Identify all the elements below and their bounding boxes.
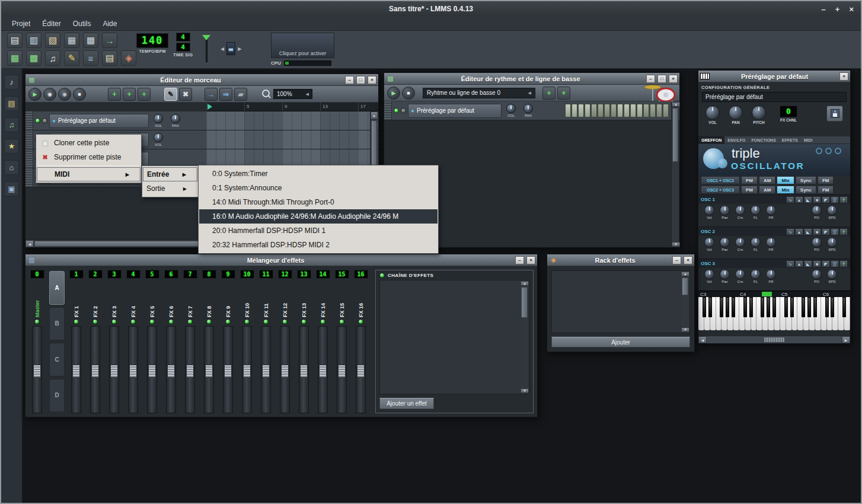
fader-handle[interactable] — [186, 365, 194, 378]
knob[interactable] — [154, 133, 163, 142]
record-button[interactable]: ◉ — [43, 88, 56, 101]
osc-knob[interactable]: PO — [812, 269, 822, 283]
scroll-left-button[interactable]: ◀ — [25, 240, 34, 247]
bank-d-button[interactable]: D — [49, 379, 65, 413]
master-volume-slider[interactable] — [202, 35, 211, 63]
scroll-down-button[interactable]: ▼ — [521, 388, 529, 393]
track-grip[interactable] — [384, 101, 392, 120]
am-button[interactable]: AM — [759, 176, 775, 184]
piano-black-key[interactable] — [732, 297, 735, 317]
knob[interactable] — [154, 114, 163, 123]
saw-wave-button[interactable]: ◣ — [804, 228, 812, 235]
octave-ruler[interactable]: C3 C4 C5 C6 — [698, 291, 850, 297]
song-editor-titlebar[interactable]: ▦ Éditeur de morceau – □ × — [25, 74, 378, 86]
piano-black-key[interactable] — [720, 297, 723, 317]
osc-knob[interactable]: Pan — [720, 237, 730, 251]
close-button[interactable]: × — [368, 76, 376, 84]
scroll-right-button[interactable]: ▶ — [842, 336, 850, 343]
channel-mute-led[interactable] — [301, 319, 307, 324]
fx-mixer-titlebar[interactable]: ▥ Mélangeur d'effets – × — [25, 254, 537, 266]
maximize-button[interactable]: + — [835, 5, 840, 14]
fx-rack-list[interactable]: ▲ ▼ — [551, 270, 690, 333]
channel-mute-led[interactable] — [358, 319, 363, 324]
midi-menu-item[interactable]: MIDI ▶ — [37, 167, 141, 181]
fx-channel-fader[interactable] — [223, 326, 233, 413]
effects-chain-list[interactable]: ▲ ▼ — [379, 280, 529, 394]
square-wave-button[interactable]: ■ — [813, 228, 821, 235]
fader-handle[interactable] — [167, 365, 175, 378]
osc-knob[interactable]: Crs — [735, 237, 745, 251]
channel-mute-led[interactable] — [263, 319, 269, 324]
noise-wave-button[interactable]: ▒ — [831, 260, 839, 267]
piano-black-key[interactable] — [726, 297, 729, 317]
midi-port-item[interactable]: 20:32 Hammerfall DSP:HDSP MIDI 2 — [199, 238, 438, 252]
menu-item[interactable]: Outils — [67, 18, 97, 30]
piano-black-key[interactable] — [842, 297, 846, 317]
piano-black-key[interactable] — [767, 297, 770, 317]
scrollbar-thumb[interactable] — [672, 108, 678, 162]
beat-step[interactable] — [650, 104, 656, 117]
piano-black-key[interactable] — [807, 297, 811, 317]
osc-knob[interactable]: Vol — [704, 205, 714, 219]
piano-black-key[interactable] — [761, 297, 764, 317]
scrollbar-thumb[interactable] — [521, 287, 528, 318]
master-pitch-decrease-button[interactable]: ◀ — [221, 46, 224, 52]
fx-channel-fader[interactable] — [242, 326, 252, 413]
channel-mute-led[interactable] — [130, 319, 136, 324]
osc-knob[interactable]: Crs — [735, 269, 745, 283]
fx-channel-label[interactable]: FX 14 — [320, 280, 326, 317]
new-project-button[interactable]: ▤ — [7, 33, 23, 48]
fx-channel-fader[interactable] — [90, 326, 100, 413]
output-visualizer[interactable]: Cliquez pour activer — [271, 33, 334, 58]
track-solo-led[interactable] — [401, 108, 406, 113]
fx-channel-fader[interactable] — [204, 326, 214, 413]
track-volume-knob[interactable]: VOL — [151, 133, 166, 146]
midi-port-item[interactable]: 16:0 M Audio Audiophile 24/96:M Audio Au… — [199, 209, 438, 224]
fader-handle[interactable] — [110, 365, 118, 378]
user-wave-button[interactable]: ? — [839, 228, 848, 235]
behaviour-jump-button[interactable]: → — [205, 88, 218, 101]
beat-step[interactable] — [598, 104, 604, 117]
midi-port-item[interactable]: 0:0 System:Timer — [199, 167, 438, 181]
osc-knob[interactable]: FL — [751, 269, 761, 283]
piano-black-key[interactable] — [703, 297, 706, 317]
fx-channel-label[interactable]: FX 16 — [358, 280, 364, 317]
pm-button[interactable]: PM — [741, 176, 758, 184]
piano-black-key[interactable] — [825, 297, 829, 317]
beat-step[interactable] — [572, 104, 577, 117]
rack-scrollbar[interactable]: ▲ ▼ — [681, 272, 689, 332]
scroll-up-button[interactable]: ▲ — [681, 272, 689, 276]
minimize-button[interactable]: – — [672, 256, 681, 264]
channel-mute-led[interactable] — [92, 319, 98, 324]
osc-knob[interactable]: SPD — [827, 205, 837, 219]
fx-channel-fader[interactable] — [166, 326, 176, 413]
knob[interactable] — [705, 106, 720, 120]
fx-channel-fader[interactable] — [128, 326, 138, 413]
track-content[interactable] — [206, 130, 378, 149]
sidebar-instruments-button[interactable]: ♪ — [4, 75, 19, 90]
user-wave-button[interactable]: ? — [839, 196, 848, 203]
track-pan-knob[interactable]: PAN — [168, 114, 183, 127]
fader-handle[interactable] — [148, 365, 156, 378]
channel-mute-led[interactable] — [34, 319, 40, 324]
beat-step[interactable] — [565, 104, 571, 117]
osc-knob[interactable]: Pan — [720, 205, 730, 219]
window-titlebar[interactable]: Sans titre* - LMMS 0.4.13 – + × — [1, 1, 861, 17]
osc-knob[interactable]: FL — [751, 237, 761, 251]
fx-channel-fader[interactable] — [261, 326, 271, 413]
zoom-level-select[interactable]: 100% ◀ — [273, 89, 312, 99]
track-grip[interactable] — [25, 111, 33, 130]
channel-mute-led[interactable] — [320, 319, 325, 324]
save-project-as-button[interactable]: ▩ — [83, 33, 98, 48]
song-timeline[interactable]: 1591317 — [206, 103, 378, 111]
sync-button[interactable]: Sync — [796, 186, 816, 194]
beat-step[interactable] — [643, 104, 649, 117]
bank-c-button[interactable]: C — [49, 343, 65, 377]
fader-handle[interactable] — [300, 365, 308, 378]
osc-knob[interactable]: FR — [766, 205, 776, 219]
fx-channel-fader[interactable] — [356, 326, 366, 413]
maximize-button[interactable]: □ — [356, 76, 365, 84]
piano-black-key[interactable] — [743, 297, 747, 317]
track-grip[interactable] — [25, 149, 33, 168]
piano-keyboard[interactable] — [698, 297, 850, 330]
